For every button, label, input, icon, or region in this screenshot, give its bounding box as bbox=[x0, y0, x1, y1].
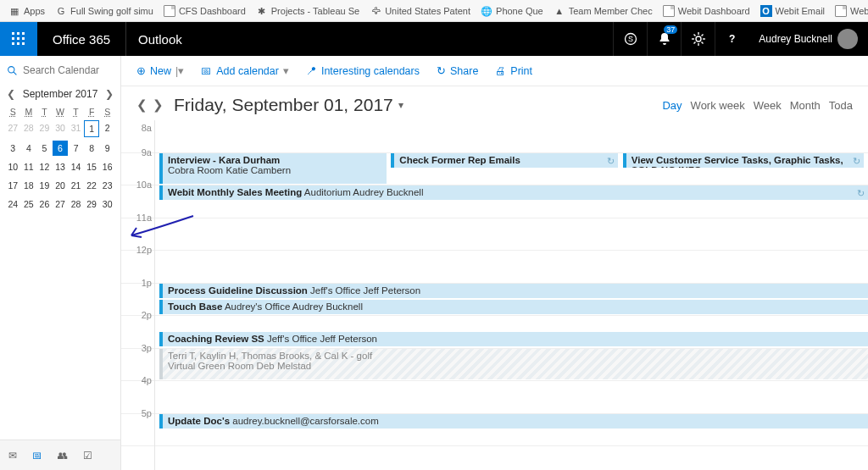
user-name: Audrey Bucknell bbox=[759, 33, 832, 45]
bookmark-icon: 🌐 bbox=[481, 5, 492, 17]
event-touch-base[interactable]: Touch Base Audrey's Office Audrey Buckne… bbox=[159, 300, 868, 314]
refresh-icon: ↻ bbox=[853, 156, 860, 167]
time-column: 8a9a10a11a12p1p2p3p4p5p bbox=[121, 120, 155, 470]
mini-day[interactable]: 21 bbox=[68, 178, 84, 193]
mini-day[interactable]: 18 bbox=[21, 178, 37, 193]
notifications-button[interactable]: 37 bbox=[647, 22, 681, 56]
mini-day[interactable]: 4 bbox=[21, 141, 37, 156]
mini-prev[interactable]: ❮ bbox=[7, 88, 15, 100]
day-grid[interactable]: 8a9a10a11a12p1p2p3p4p5p Interview - Kara… bbox=[121, 120, 868, 470]
mini-day[interactable]: 6 bbox=[53, 141, 69, 156]
mini-day[interactable]: 1 bbox=[84, 120, 100, 137]
event-coaching[interactable]: Coaching Review SS Jeff's Office Jeff Pe… bbox=[159, 332, 868, 346]
bookmark-item[interactable]: ✱Projects - Tableau Se bbox=[253, 3, 363, 19]
bookmark-item[interactable]: OWebit Email bbox=[757, 3, 828, 19]
mini-day[interactable]: 28 bbox=[68, 196, 84, 212]
mini-day[interactable]: 24 bbox=[5, 196, 21, 212]
app-launcher[interactable] bbox=[0, 22, 37, 56]
mini-day[interactable]: 20 bbox=[53, 178, 69, 193]
bookmark-item[interactable]: Webit LM bbox=[832, 3, 868, 19]
bookmark-item[interactable]: Webit Dashboard bbox=[659, 3, 754, 19]
gear-icon bbox=[692, 32, 705, 46]
add-calendar-button[interactable]: 📅︎Add calendar▾ bbox=[201, 64, 289, 77]
bookmark-label: United States Patent bbox=[385, 6, 470, 16]
mini-day[interactable]: 27 bbox=[53, 196, 69, 212]
mini-day[interactable]: 22 bbox=[84, 178, 100, 193]
mini-dow: S bbox=[5, 107, 21, 117]
current-date[interactable]: Friday, September 01, 2017 bbox=[174, 95, 393, 115]
mini-day[interactable]: 9 bbox=[99, 141, 115, 156]
bookmark-item[interactable]: ▲Team Member Chec bbox=[550, 3, 656, 19]
event-guideline[interactable]: Process Guideline Discussion Jeff's Offi… bbox=[159, 284, 868, 298]
bookmark-item[interactable]: 🌐Phone Que bbox=[477, 3, 547, 19]
mini-day[interactable]: 15 bbox=[84, 159, 100, 174]
grid-body[interactable]: Interview - Kara DurhamCobra Room Katie … bbox=[155, 120, 868, 470]
mail-icon[interactable]: ✉ bbox=[8, 450, 17, 462]
mini-day[interactable]: 2 bbox=[99, 120, 115, 137]
mini-day[interactable]: 29 bbox=[84, 196, 100, 212]
event-interview[interactable]: Interview - Kara DurhamCobra Room Katie … bbox=[159, 153, 387, 184]
mini-day[interactable]: 25 bbox=[21, 196, 37, 212]
mini-title: September 2017 bbox=[23, 88, 98, 100]
bookmark-label: Apps bbox=[24, 6, 45, 16]
event-golf[interactable]: Terri T, Kaylin H, Thomas Brooks, & Cal … bbox=[159, 349, 868, 379]
bookmark-item[interactable]: GFull Swing golf simu bbox=[52, 3, 157, 19]
bookmark-item[interactable]: 🦅︎United States Patent bbox=[366, 3, 474, 19]
prev-day[interactable]: ❮ bbox=[136, 97, 147, 113]
bookmark-icon: ▲ bbox=[554, 5, 565, 17]
new-button[interactable]: ⊕New|▾ bbox=[136, 64, 184, 77]
mini-day[interactable]: 3 bbox=[5, 141, 21, 156]
mini-day[interactable]: 12 bbox=[36, 159, 53, 174]
time-label: 2p bbox=[142, 310, 152, 320]
search-calendar[interactable] bbox=[0, 56, 120, 85]
refresh-icon: ↻ bbox=[607, 156, 615, 167]
search-input[interactable] bbox=[23, 64, 108, 76]
event-check-former[interactable]: Check Former Rep Emails↻ bbox=[391, 153, 618, 168]
view-week[interactable]: Week bbox=[754, 99, 782, 112]
calendar-icon[interactable]: 📅︎ bbox=[32, 450, 42, 462]
mini-day[interactable]: 8 bbox=[84, 141, 100, 156]
mini-day[interactable]: 31 bbox=[68, 120, 84, 137]
mini-day[interactable]: 10 bbox=[5, 159, 21, 174]
left-pane: ❮ September 2017 ❯ SMTWTFS27282930311234… bbox=[0, 56, 121, 470]
event-customer-tasks[interactable]: View Customer Service Tasks, Graphic Tas… bbox=[623, 153, 864, 168]
mini-day[interactable]: 5 bbox=[36, 141, 53, 156]
app-name: Outlook bbox=[125, 22, 194, 56]
people-icon[interactable]: 👥︎ bbox=[58, 450, 68, 462]
mini-day[interactable]: 30 bbox=[99, 196, 115, 212]
print-button[interactable]: 🖨︎Print bbox=[495, 65, 532, 77]
help-button[interactable]: ? bbox=[715, 22, 748, 56]
share-button[interactable]: ↻Share bbox=[437, 64, 478, 77]
mini-day[interactable]: 30 bbox=[53, 120, 69, 137]
view-workweek[interactable]: Work week bbox=[691, 99, 745, 112]
event-update-docs[interactable]: Update Doc's audrey.bucknell@carsforsale… bbox=[159, 414, 868, 429]
view-today[interactable]: Toda bbox=[829, 99, 853, 112]
mini-day[interactable]: 27 bbox=[5, 120, 21, 137]
next-day[interactable]: ❯ bbox=[153, 97, 164, 113]
mini-day[interactable]: 7 bbox=[68, 141, 84, 156]
bookmark-label: Webit Email bbox=[776, 6, 825, 16]
mini-day[interactable]: 29 bbox=[36, 120, 53, 137]
view-day[interactable]: Day bbox=[662, 99, 682, 112]
bookmark-item[interactable]: ▦Apps bbox=[5, 3, 48, 19]
date-picker-caret[interactable]: ▾ bbox=[398, 99, 403, 111]
bookmark-item[interactable]: CFS Dashboard bbox=[160, 3, 249, 19]
settings-button[interactable] bbox=[681, 22, 715, 56]
mini-next[interactable]: ❯ bbox=[105, 88, 114, 100]
mini-day[interactable]: 26 bbox=[36, 196, 53, 212]
tasks-icon[interactable]: ☑ bbox=[83, 450, 92, 462]
skype-button[interactable]: S bbox=[613, 22, 647, 56]
mini-day[interactable]: 13 bbox=[53, 159, 69, 174]
mini-day[interactable]: 11 bbox=[21, 159, 37, 174]
mini-day[interactable]: 14 bbox=[68, 159, 84, 174]
interesting-button[interactable]: 📍︎Interesting calendars bbox=[306, 65, 420, 77]
event-sales-meeting[interactable]: Webit Monthly Sales Meeting Auditorium A… bbox=[159, 185, 868, 200]
mini-day[interactable]: 17 bbox=[5, 178, 21, 193]
mini-day[interactable]: 28 bbox=[21, 120, 37, 137]
mini-day[interactable]: 19 bbox=[36, 178, 53, 193]
mini-day[interactable]: 16 bbox=[99, 159, 115, 174]
view-month[interactable]: Month bbox=[790, 99, 821, 112]
skype-icon: S bbox=[624, 32, 637, 46]
mini-day[interactable]: 23 bbox=[99, 178, 115, 193]
user-menu[interactable]: Audrey Bucknell bbox=[748, 29, 868, 49]
